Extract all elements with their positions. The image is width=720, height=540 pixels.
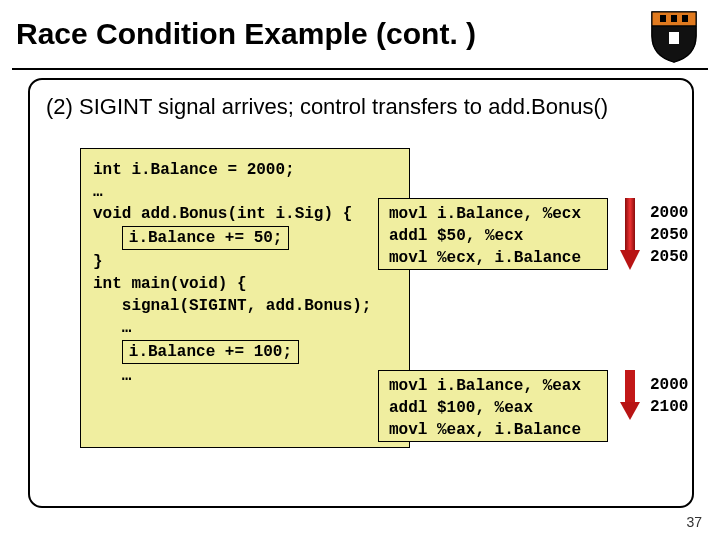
title-bar: Race Condition Example (cont. ) xyxy=(12,10,708,70)
code-line: int i.Balance = 2000; xyxy=(93,161,295,179)
asm-line: movl %ecx, i.Balance xyxy=(389,249,581,267)
c-code-box: int i.Balance = 2000; … void add.Bonus(i… xyxy=(80,148,410,448)
code-highlight: i.Balance += 50; xyxy=(122,226,290,250)
value: 2000 xyxy=(650,376,688,394)
asm-line: movl i.Balance, %ecx xyxy=(389,205,581,223)
code-line: void add.Bonus(int i.Sig) { xyxy=(93,205,352,223)
arrow-down-icon xyxy=(620,198,640,270)
svg-rect-7 xyxy=(625,370,635,404)
svg-marker-6 xyxy=(620,250,640,270)
asm-box-2: movl i.Balance, %eax addl $100, %eax mov… xyxy=(378,370,608,442)
svg-rect-1 xyxy=(660,15,666,22)
svg-rect-4 xyxy=(669,32,679,44)
values-2: 2000 2100 xyxy=(650,374,688,418)
asm-line: movl %eax, i.Balance xyxy=(389,421,581,439)
value: 2000 xyxy=(650,204,688,222)
asm-line: addl $50, %ecx xyxy=(389,227,523,245)
value: 2100 xyxy=(650,398,688,416)
value: 2050 xyxy=(650,226,688,244)
asm-box-1: movl i.Balance, %ecx addl $50, %ecx movl… xyxy=(378,198,608,270)
svg-rect-5 xyxy=(625,198,635,252)
code-line: int main(void) { xyxy=(93,275,247,293)
arrow-down-icon xyxy=(620,370,640,420)
lead-text: (2) SIGINT signal arrives; control trans… xyxy=(46,94,608,120)
slide: Race Condition Example (cont. ) (2) SIGI… xyxy=(0,0,720,540)
asm-line: movl i.Balance, %eax xyxy=(389,377,581,395)
svg-marker-8 xyxy=(620,402,640,420)
page-number: 37 xyxy=(686,514,702,530)
code-line: … xyxy=(93,319,131,337)
code-line: … xyxy=(93,183,103,201)
svg-rect-2 xyxy=(671,15,677,22)
code-line: … xyxy=(93,367,131,385)
code-highlight: i.Balance += 100; xyxy=(122,340,299,364)
princeton-shield-icon xyxy=(646,8,702,64)
value: 2050 xyxy=(650,248,688,266)
svg-rect-3 xyxy=(682,15,688,22)
values-1: 2000 2050 2050 xyxy=(650,202,688,268)
slide-title: Race Condition Example (cont. ) xyxy=(12,10,708,58)
asm-line: addl $100, %eax xyxy=(389,399,533,417)
code-line: } xyxy=(93,253,103,271)
code-line: signal(SIGINT, add.Bonus); xyxy=(93,297,371,315)
